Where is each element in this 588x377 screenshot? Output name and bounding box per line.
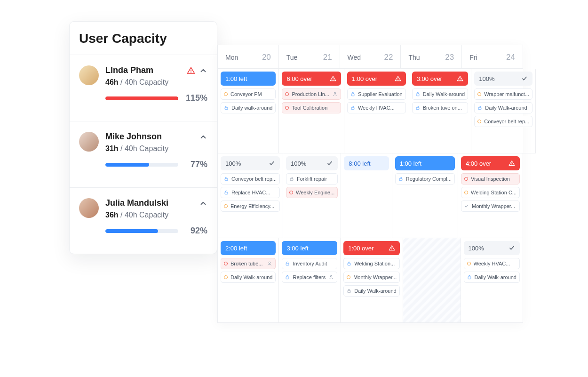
task-label: Daily Walk-around [485, 105, 529, 111]
capacity-status-pill[interactable]: 1:00 over [343, 241, 400, 255]
capacity-status-pill[interactable]: 100% [464, 241, 520, 255]
capacity-cell[interactable]: 100%Wrapper malfunct...Daily Walk-around… [471, 69, 536, 153]
capacity-cell[interactable]: 4:00 overVisual InspectionWelding Statio… [458, 153, 523, 238]
task-chip[interactable]: Visual Inspection [461, 173, 520, 184]
capacity-cell[interactable]: 2:00 leftBroken tube...Daily Walk-around [218, 238, 279, 323]
task-chip[interactable]: Daily Walk-around [221, 272, 276, 283]
capacity-status-pill[interactable]: 1:00 left [395, 156, 455, 170]
capacity-cell[interactable]: 100%Forklift repairWeekly Engine... [283, 153, 341, 238]
capacity-cell[interactable]: 100%Weekly HVAC...Daily Walk-around [461, 238, 523, 323]
task-chip[interactable]: Weekly HVAC... [347, 102, 406, 113]
capacity-status-pill[interactable]: 3:00 left [282, 241, 337, 255]
capacity-status-pill[interactable]: 4:00 over [461, 156, 520, 170]
task-chip[interactable]: Tool Calibration [282, 102, 341, 113]
task-chip[interactable]: Welding Station C... [461, 187, 520, 198]
capacity-cell[interactable] [403, 238, 461, 323]
capacity-cell[interactable]: 6:00 overProduction Lin...Tool Calibrati… [279, 69, 344, 153]
capacity-cell[interactable]: 100%Conveyor belt rep...Replace HVAC...E… [218, 153, 283, 238]
status-text: 2:00 left [225, 245, 247, 252]
capacity-grid: Mon 20 Tue 21 Wed 22 Thu 23 Fri 24 1:00 … [217, 45, 523, 323]
collapse-icon[interactable] [199, 66, 207, 75]
lock-icon [224, 105, 229, 110]
task-chip[interactable]: Conveyor belt rep... [221, 173, 280, 184]
task-chip[interactable]: Daily walk-around [221, 102, 276, 113]
capacity-cell[interactable]: 1:00 overWelding Station...Monthly Wrapp… [341, 238, 403, 323]
day-number: 21 [323, 53, 332, 62]
task-chip[interactable]: Inventory Audit [282, 258, 337, 269]
user-card[interactable]: Mike Johnson 31h / 40h Capacity 77% [70, 121, 217, 187]
capacity-cell[interactable]: 3:00 overDaily Walk-aroundBroken tuve on… [409, 69, 471, 153]
lock-icon [285, 261, 290, 266]
status-text: 1:00 over [348, 245, 373, 252]
capacity-status-pill[interactable]: 100% [474, 72, 532, 86]
task-label: Weekly HVAC... [358, 105, 403, 111]
lock-icon [347, 289, 351, 293]
task-chip[interactable]: Monthly Wrapper... [461, 201, 520, 212]
capacity-status-pill[interactable]: 2:00 left [221, 241, 276, 255]
assignee-icon [332, 91, 338, 97]
task-chip[interactable]: Conveyor PM [221, 88, 276, 100]
task-label: Regulatory Compl... [406, 176, 452, 182]
task-chip[interactable]: Daily Walk-around [412, 88, 468, 100]
lock-icon [285, 275, 290, 280]
status-text: 3:00 left [286, 245, 308, 252]
status-text: 4:00 over [466, 160, 491, 167]
task-chip[interactable]: Forklift repair [286, 173, 338, 184]
status-text: 8:00 left [349, 160, 370, 167]
check-icon [269, 160, 275, 167]
task-chip[interactable]: Broken tube... [221, 258, 276, 269]
capacity-status-pill[interactable]: 100% [286, 156, 338, 170]
user-card[interactable]: Julia Mandulski 36h / 40h Capacity 92% [70, 187, 217, 254]
capacity-cell[interactable]: 8:00 left [341, 153, 392, 238]
day-number: 22 [384, 53, 393, 62]
capacity-status-pill[interactable]: 6:00 over [282, 72, 341, 86]
lock-icon [415, 105, 420, 110]
task-label: Supplier Evaluation [358, 91, 403, 97]
task-chip[interactable]: Daily Walk-around [343, 285, 400, 297]
task-chip[interactable]: Weekly HVAC... [464, 258, 520, 269]
task-chip[interactable]: Replace HVAC... [221, 187, 280, 198]
task-chip[interactable]: Daily Walk-around [474, 102, 532, 113]
collapse-icon[interactable] [199, 133, 207, 141]
user-name: Linda Pham [105, 65, 153, 75]
task-chip[interactable]: Broken tuve on... [412, 102, 468, 113]
collapse-icon[interactable] [199, 199, 207, 208]
task-chip[interactable]: Regulatory Compl... [395, 173, 455, 184]
task-chip[interactable]: Wrapper malfunct... [474, 88, 532, 100]
capacity-cell[interactable]: 1:00 leftConveyor PMDaily walk-around [218, 69, 279, 153]
warn-icon [330, 75, 336, 82]
task-label: Visual Inspection [471, 176, 516, 182]
status-text: 100% [225, 160, 241, 167]
capacity-status-pill[interactable]: 8:00 left [344, 156, 389, 170]
task-chip[interactable]: Supplier Evaluation [347, 88, 406, 100]
capacity-status-pill[interactable]: 100% [221, 156, 280, 170]
capacity-status-pill[interactable]: 1:00 left [221, 72, 276, 86]
capacity-status-pill[interactable]: 1:00 over [347, 72, 406, 86]
status-dot-icon [477, 92, 481, 96]
capacity-cell[interactable]: 1:00 leftRegulatory Compl... [392, 153, 458, 238]
task-label: Tool Calibration [292, 105, 338, 111]
task-label: Daily Walk-around [354, 288, 397, 294]
capacity-cell[interactable]: 1:00 overSupplier EvaluationWeekly HVAC.… [344, 69, 409, 153]
capacity-bar [105, 163, 178, 167]
task-chip[interactable]: Replace filters [282, 272, 337, 283]
task-label: Conveyor PM [230, 91, 272, 97]
task-chip[interactable]: Energy Efficiency... [221, 201, 280, 212]
task-chip[interactable]: Daily Walk-around [464, 272, 520, 283]
task-chip[interactable]: Welding Station... [343, 258, 400, 269]
task-chip[interactable]: Monthly Wrapper... [343, 272, 400, 283]
task-label: Inventory Audit [293, 261, 334, 266]
user-card[interactable]: Linda Pham 46h / 40h Capacity 115% [70, 55, 217, 121]
task-chip[interactable]: Conveyor belt rep... [474, 116, 532, 127]
lock-icon [224, 190, 229, 195]
user-capacity-text: 36h / 40h Capacity [105, 211, 207, 219]
lock-icon [415, 92, 420, 96]
status-text: 100% [479, 75, 494, 82]
capacity-cell[interactable]: 3:00 leftInventory AuditReplace filters [279, 238, 341, 323]
task-chip[interactable]: Weekly Engine... [286, 187, 338, 198]
day-header: Tue 21 [279, 45, 340, 69]
status-dot-icon [289, 191, 293, 194]
task-chip[interactable]: Production Lin... [282, 88, 341, 100]
capacity-status-pill[interactable]: 3:00 over [412, 72, 468, 86]
lock-icon [347, 261, 351, 266]
